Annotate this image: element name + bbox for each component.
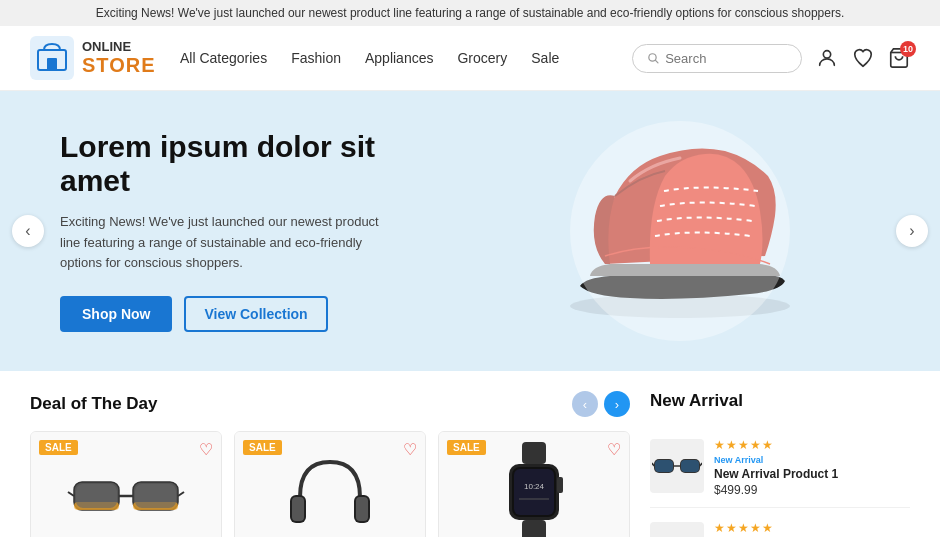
svg-rect-18 <box>292 497 304 521</box>
heels-icon <box>652 529 702 537</box>
deal-card-2: SALE ♡ <box>234 431 426 537</box>
wishlist-icon-2[interactable]: ♡ <box>403 440 417 459</box>
sunglasses-icon <box>652 451 702 481</box>
svg-rect-19 <box>356 497 368 521</box>
heart-icon <box>852 47 874 69</box>
deals-grid: SALE ♡ <box>30 431 630 537</box>
arrival-info-2: ★★★★★ New Arrival New Arrival Product 1 … <box>714 518 910 537</box>
logo-store: STORE <box>82 54 156 76</box>
wishlist-button[interactable] <box>852 47 874 69</box>
deals-next-button[interactable]: › <box>604 391 630 417</box>
svg-line-32 <box>700 463 702 466</box>
deal-card-1: SALE ♡ <box>30 431 222 537</box>
deals-header: Deal of The Day ‹ › <box>30 391 630 417</box>
safety-glasses-icon <box>66 452 186 532</box>
stars-2: ★★★★★ <box>714 521 774 535</box>
deals-prev-button[interactable]: ‹ <box>572 391 598 417</box>
hero-next-button[interactable]: › <box>896 215 928 247</box>
svg-line-11 <box>178 492 184 496</box>
store-icon <box>30 36 74 80</box>
logo-text: ONLINE STORE <box>82 40 156 76</box>
sale-badge-1: SALE <box>39 440 78 455</box>
svg-rect-2 <box>47 58 57 70</box>
arrival-name-1: New Arrival Product 1 <box>714 467 910 481</box>
headphones-icon <box>280 447 380 537</box>
arrival-info-1: ★★★★★ New Arrival New Arrival Product 1 … <box>714 435 910 497</box>
nav-sale[interactable]: Sale <box>531 50 559 66</box>
deals-nav-arrows: ‹ › <box>572 391 630 417</box>
search-icon <box>647 51 659 65</box>
smartwatch-icon: 10:24 <box>494 437 574 537</box>
nav-appliances[interactable]: Appliances <box>365 50 434 66</box>
announcement-text: Exciting News! We've just launched our n… <box>96 6 845 20</box>
hero-heading: Lorem ipsum dolor sit amet <box>60 130 440 198</box>
svg-text:10:24: 10:24 <box>524 482 545 491</box>
svg-rect-26 <box>522 520 546 537</box>
arrival-img-1 <box>650 439 704 493</box>
arrival-card-2: ★★★★★ New Arrival New Arrival Product 1 … <box>650 508 910 537</box>
logo: ONLINE STORE <box>30 36 160 80</box>
hero-circle <box>570 121 790 341</box>
hero-description: Exciting News! We've just launched our n… <box>60 212 380 274</box>
svg-rect-23 <box>514 469 554 515</box>
svg-line-31 <box>652 463 654 466</box>
cart-button[interactable]: 10 <box>888 47 910 69</box>
deals-section: Deal of The Day ‹ › SALE ♡ <box>30 391 630 537</box>
arrival-badge-1: New Arrival <box>714 455 910 465</box>
hero-image <box>540 106 820 356</box>
svg-rect-27 <box>557 477 563 493</box>
svg-rect-33 <box>655 460 673 472</box>
header-actions: 10 <box>632 44 910 73</box>
sale-badge-2: SALE <box>243 440 282 455</box>
header: ONLINE STORE All Categories Fashion Appl… <box>0 26 940 91</box>
arrival-price-1: $499.99 <box>714 483 910 497</box>
user-icon <box>816 47 838 69</box>
svg-rect-20 <box>522 442 546 464</box>
announcement-bar: Exciting News! We've just launched our n… <box>0 0 940 26</box>
arrival-img-2 <box>650 522 704 537</box>
svg-point-5 <box>823 51 830 58</box>
view-collection-button[interactable]: View Collection <box>184 296 327 332</box>
svg-point-4 <box>649 54 656 61</box>
stars-1: ★★★★★ <box>714 438 774 452</box>
deal-card-3: SALE ♡ 10:24 <box>438 431 630 537</box>
user-button[interactable] <box>816 47 838 69</box>
svg-rect-14 <box>76 484 117 508</box>
new-arrival-title: New Arrival <box>650 391 910 411</box>
shop-now-button[interactable]: Shop Now <box>60 296 172 332</box>
hero-content: Lorem ipsum dolor sit amet Exciting News… <box>0 91 500 371</box>
nav-grocery[interactable]: Grocery <box>457 50 507 66</box>
bottom-section: Deal of The Day ‹ › SALE ♡ <box>0 371 940 537</box>
hero-banner: ‹ Lorem ipsum dolor sit amet Exciting Ne… <box>0 91 940 371</box>
nav-fashion[interactable]: Fashion <box>291 50 341 66</box>
svg-rect-15 <box>135 484 176 508</box>
nav-all-categories[interactable]: All Categories <box>180 50 267 66</box>
svg-rect-34 <box>681 460 699 472</box>
svg-line-10 <box>68 492 74 496</box>
arrival-card-1: ★★★★★ New Arrival New Arrival Product 1 … <box>650 425 910 508</box>
hero-prev-button[interactable]: ‹ <box>12 215 44 247</box>
logo-online: ONLINE <box>82 40 156 54</box>
wishlist-icon-1[interactable]: ♡ <box>199 440 213 459</box>
deals-title: Deal of The Day <box>30 394 158 414</box>
new-arrival-section: New Arrival ★★★★★ New Arrival New Arriva… <box>650 391 910 537</box>
search-box[interactable] <box>632 44 802 73</box>
hero-buttons: Shop Now View Collection <box>60 296 440 332</box>
sale-badge-3: SALE <box>447 440 486 455</box>
search-input[interactable] <box>665 51 787 66</box>
main-nav: All Categories Fashion Appliances Grocer… <box>180 50 612 66</box>
cart-badge: 10 <box>900 41 916 57</box>
wishlist-icon-3[interactable]: ♡ <box>607 440 621 459</box>
